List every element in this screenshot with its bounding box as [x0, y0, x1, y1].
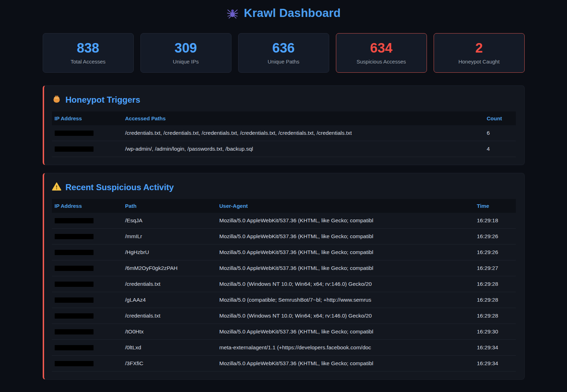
ip-address-cell	[52, 340, 122, 356]
suspicious-activity-row: /0ltLxdmeta-externalagent/1.1 (+https://…	[52, 340, 516, 356]
honeypot-panel-heading: Honeypot Triggers	[66, 95, 140, 105]
honeypot-tbody: /credentials.txt, /credentials.txt, /cre…	[52, 125, 516, 157]
user-agent-cell: Mozilla/5.0 AppleWebKit/537.36 (KHTML, l…	[217, 213, 474, 229]
suspicious-header-row: IP Address Path User-Agent Time	[52, 199, 516, 213]
time-cell: 16:29:18	[474, 213, 516, 229]
time-cell: 16:29:28	[474, 276, 516, 292]
stat-value: 636	[272, 41, 295, 55]
page-header: Krawl Dashboard	[43, 6, 525, 20]
path-cell: /mmILr	[122, 229, 217, 245]
ip-address-cell	[52, 213, 122, 229]
stat-card-unique-paths: 636 Unique Paths	[238, 33, 329, 73]
time-cell: 16:29:30	[474, 324, 516, 340]
redacted-ip	[55, 282, 94, 287]
redacted-ip	[55, 313, 94, 319]
accessed-paths-cell: /wp-admin/, /admin/login, /passwords.txt…	[122, 141, 484, 157]
redacted-ip	[55, 297, 94, 303]
column-header-ip: IP Address	[52, 199, 122, 213]
suspicious-panel-title: Recent Suspicious Activity	[52, 182, 516, 193]
ip-address-cell	[52, 229, 122, 245]
accessed-paths-cell: /credentials.txt, /credentials.txt, /cre…	[122, 125, 484, 141]
column-header-paths: Accessed Paths	[122, 111, 484, 125]
redacted-ip	[55, 266, 94, 271]
honeypot-panel-title: Honeypot Triggers	[52, 94, 516, 105]
path-cell: /EsqJA	[122, 213, 217, 229]
stat-card-suspicious-accesses: 634 Suspicious Accesses	[336, 33, 427, 73]
ip-address-cell	[52, 356, 122, 372]
ip-address-cell	[52, 276, 122, 292]
ip-address-cell	[52, 245, 122, 260]
honeypot-triggers-panel: Honeypot Triggers IP Address Accessed Pa…	[43, 85, 525, 165]
suspicious-activity-row: /HgHzbrUMozilla/5.0 AppleWebKit/537.36 (…	[52, 245, 516, 260]
stat-label: Total Accesses	[71, 59, 105, 65]
stat-card-unique-ips: 309 Unique IPs	[140, 33, 231, 73]
ip-address-cell	[52, 324, 122, 340]
user-agent-cell: Mozilla/5.0 (compatible; SemrushBot/7~bl…	[217, 292, 474, 308]
suspicious-activity-row: /3FXfiCMozilla/5.0 AppleWebKit/537.36 (K…	[52, 356, 516, 372]
suspicious-panel-heading: Recent Suspicious Activity	[66, 182, 174, 192]
path-cell: /HgHzbrU	[122, 245, 217, 260]
stat-value: 634	[370, 41, 392, 55]
time-cell: 16:29:26	[474, 229, 516, 245]
redacted-ip	[55, 146, 94, 152]
user-agent-cell: meta-externalagent/1.1 (+https://develop…	[217, 340, 474, 356]
stat-label: Unique Paths	[267, 59, 299, 65]
honeypot-table-head: IP Address Accessed Paths Count	[52, 111, 516, 125]
suspicious-activity-row: /tO0HtxMozilla/5.0 AppleWebKit/537.36 (K…	[52, 324, 516, 340]
honeypot-icon	[52, 94, 61, 105]
honeypot-row: /wp-admin/, /admin/login, /passwords.txt…	[52, 141, 516, 157]
page-title: Krawl Dashboard	[244, 6, 340, 20]
honeypot-table: IP Address Accessed Paths Count /credent…	[52, 111, 516, 157]
column-header-ip: IP Address	[52, 111, 122, 125]
time-cell: 16:29:34	[474, 356, 516, 372]
redacted-ip	[55, 329, 94, 334]
suspicious-tbody: /EsqJAMozilla/5.0 AppleWebKit/537.36 (KH…	[52, 213, 516, 372]
stat-value: 309	[175, 41, 197, 55]
column-header-path: Path	[122, 199, 217, 213]
redacted-ip	[55, 131, 94, 136]
count-cell: 4	[484, 141, 516, 157]
user-agent-cell: Mozilla/5.0 (Windows NT 10.0; Win64; x64…	[217, 308, 474, 324]
warning-icon	[52, 182, 61, 193]
stat-card-honeypot-caught: 2 Honeypot Caught	[434, 33, 525, 73]
honeypot-header-row: IP Address Accessed Paths Count	[52, 111, 516, 125]
path-cell: /tO0Htx	[122, 324, 217, 340]
suspicious-activity-row: /credentials.txtMozilla/5.0 (Windows NT …	[52, 308, 516, 324]
dashboard-container: Krawl Dashboard 838 Total Accesses 309 U…	[43, 0, 525, 380]
path-cell: /gLAAz4	[122, 292, 217, 308]
user-agent-cell: Mozilla/5.0 (Windows NT 10.0; Win64; x64…	[217, 276, 474, 292]
time-cell: 16:29:28	[474, 308, 516, 324]
stat-label: Unique IPs	[173, 59, 199, 65]
suspicious-activity-row: /gLAAz4Mozilla/5.0 (compatible; SemrushB…	[52, 292, 516, 308]
time-cell: 16:29:27	[474, 260, 516, 276]
count-cell: 6	[484, 125, 516, 141]
suspicious-table-head: IP Address Path User-Agent Time	[52, 199, 516, 213]
time-cell: 16:29:28	[474, 292, 516, 308]
redacted-ip	[55, 250, 94, 255]
ip-address-cell	[52, 308, 122, 324]
suspicious-activity-row: /EsqJAMozilla/5.0 AppleWebKit/537.36 (KH…	[52, 213, 516, 229]
honeypot-row: /credentials.txt, /credentials.txt, /cre…	[52, 125, 516, 141]
ip-address-cell	[52, 292, 122, 308]
ip-address-cell	[52, 141, 122, 157]
stat-card-total-accesses: 838 Total Accesses	[43, 33, 134, 73]
path-cell: /3FXfiC	[122, 356, 217, 372]
column-header-user-agent: User-Agent	[217, 199, 474, 213]
path-cell: /0ltLxd	[122, 340, 217, 356]
suspicious-activity-row: /credentials.txtMozilla/5.0 (Windows NT …	[52, 276, 516, 292]
user-agent-cell: Mozilla/5.0 AppleWebKit/537.36 (KHTML, l…	[217, 324, 474, 340]
suspicious-table: IP Address Path User-Agent Time /EsqJAMo…	[52, 199, 516, 372]
redacted-ip	[55, 361, 94, 366]
stat-label: Honeypot Caught	[458, 59, 500, 65]
user-agent-cell: Mozilla/5.0 AppleWebKit/537.36 (KHTML, l…	[217, 260, 474, 276]
ip-address-cell	[52, 125, 122, 141]
redacted-ip	[55, 218, 94, 223]
column-header-count: Count	[484, 111, 516, 125]
suspicious-activity-row: /6mM2OyF0gk2zPAHMozilla/5.0 AppleWebKit/…	[52, 260, 516, 276]
stats-row: 838 Total Accesses 309 Unique IPs 636 Un…	[43, 33, 525, 73]
stat-value: 838	[77, 41, 99, 55]
path-cell: /6mM2OyF0gk2zPAH	[122, 260, 217, 276]
stat-label: Suspicious Accesses	[356, 59, 406, 65]
user-agent-cell: Mozilla/5.0 AppleWebKit/537.36 (KHTML, l…	[217, 229, 474, 245]
spider-icon	[226, 7, 239, 19]
